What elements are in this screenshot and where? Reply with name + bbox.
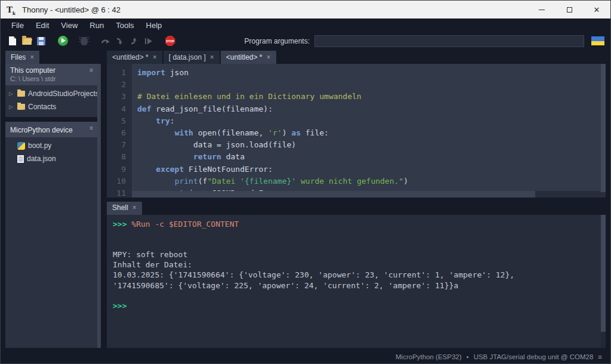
shell-panel[interactable]: >>> %Run -c $EDITOR_CONTENTMPY: soft reb…: [107, 215, 606, 348]
device-menu-icon[interactable]: ≡: [90, 125, 93, 131]
open-folder-icon: [22, 38, 32, 45]
current-path: C: \ Users \ stdr: [10, 75, 94, 82]
menu-view[interactable]: View: [55, 20, 84, 31]
code-editor[interactable]: 12345678910111213 import json# Datei ein…: [107, 64, 606, 198]
editor-tab[interactable]: <untitled> *×: [107, 51, 162, 64]
close-button[interactable]: ✕: [583, 1, 610, 18]
thonny-window: Tk Thonny - <untitled> @ 6 : 42 ✕ FileEd…: [0, 0, 611, 364]
editor-tab-label: <untitled> *: [226, 53, 263, 61]
editor-tab-label: <untitled> *: [112, 53, 149, 61]
bug-icon: [81, 37, 88, 45]
code-line[interactable]: try:: [137, 115, 601, 127]
python-file-icon: [17, 142, 25, 150]
status-bar: MicroPython (ESP32) • USB JTAG/serial de…: [1, 350, 610, 363]
editor-tab-close-icon[interactable]: ×: [210, 54, 214, 60]
stop-restart-button[interactable]: STOP: [163, 35, 177, 48]
toolbar: STOP Program arguments: ▼: [1, 32, 610, 50]
code-line[interactable]: print(f"Datei '{filename}' wurde nicht g…: [137, 175, 601, 187]
resume-button[interactable]: [141, 35, 156, 48]
run-button[interactable]: [55, 35, 70, 48]
editor-tab-close-icon[interactable]: ×: [153, 54, 157, 60]
tree-item-file[interactable]: boot.py: [5, 139, 97, 152]
line-number: 5: [107, 115, 126, 127]
shell-vscrollbar[interactable]: [601, 215, 606, 348]
tree-item-folder[interactable]: ▷Contacts: [5, 100, 97, 113]
step-into-button[interactable]: [113, 35, 127, 48]
shell-line[interactable]: >>> %Run -c $EDITOR_CONTENT: [113, 219, 601, 229]
menu-help[interactable]: Help: [140, 20, 168, 31]
shell-tab[interactable]: Shell ×: [107, 202, 142, 215]
code-line[interactable]: return data: [137, 151, 601, 163]
editor-column: <untitled> *×[ data.json ]×<untitled> *×…: [107, 51, 606, 348]
editor-tab[interactable]: [ data.json ]×: [163, 51, 220, 64]
step-out-icon: [130, 38, 138, 45]
stop-sign-icon: STOP: [165, 36, 175, 46]
shell-line[interactable]: '1741590685': {'voltage': 225, 'apower':…: [113, 280, 601, 291]
code-line[interactable]: # Datei einlesen und in ein Dictionary u…: [137, 91, 601, 103]
new-file-button[interactable]: [5, 35, 20, 48]
editor-vscrollbar[interactable]: [601, 64, 606, 198]
tree-item-folder[interactable]: ▷AndroidStudioProjects: [5, 87, 97, 100]
shell-tab-close-icon[interactable]: ×: [132, 205, 137, 211]
file-name: boot.py: [28, 141, 51, 150]
code-line[interactable]: import json: [137, 67, 601, 79]
splitter-sash[interactable]: [107, 198, 606, 202]
resume-icon: [144, 38, 153, 45]
files-menu-icon[interactable]: ≡: [90, 67, 93, 73]
files-tab[interactable]: Files ×: [5, 51, 39, 64]
open-file-button[interactable]: [20, 35, 34, 48]
code-line[interactable]: except FileNotFoundError:: [137, 164, 601, 175]
shell-line[interactable]: [113, 291, 601, 301]
json-file-icon: [17, 155, 24, 163]
editor-hscrollbar[interactable]: [132, 191, 601, 198]
shell-line[interactable]: Inhalt der Datei:: [113, 260, 601, 270]
code-line[interactable]: with open(filename, 'r') as file:: [137, 127, 601, 139]
gutter: 12345678910111213: [107, 64, 132, 198]
code-line[interactable]: data = json.load(file): [137, 139, 601, 151]
code-line[interactable]: def read_json_file(filename):: [137, 103, 601, 115]
shell-line[interactable]: [113, 239, 601, 249]
ukraine-flag-icon: [591, 36, 604, 45]
program-arguments-input[interactable]: [314, 35, 584, 47]
expander-icon[interactable]: ▷: [9, 104, 14, 110]
files-tab-label: Files: [11, 53, 26, 61]
expander-icon[interactable]: ▷: [9, 91, 14, 97]
menu-edit[interactable]: Edit: [30, 20, 55, 31]
shell-line[interactable]: 10.03.2025: {'1741590664': {'voltage': 2…: [113, 270, 601, 280]
line-number: 8: [107, 151, 126, 163]
folder-name: AndroidStudioProjects: [28, 90, 99, 98]
menu-file[interactable]: File: [5, 20, 30, 31]
new-file-icon: [9, 36, 16, 45]
debug-button[interactable]: [77, 35, 91, 48]
device-title: MicroPython device: [10, 126, 73, 134]
main-area: Files × This computer C: \ Users \ stdr …: [1, 50, 610, 350]
this-computer-header[interactable]: This computer C: \ Users \ stdr ≡: [5, 64, 97, 85]
editor-tab[interactable]: <untitled> *×: [221, 51, 276, 64]
shell-line[interactable]: >>>: [113, 301, 601, 311]
maximize-button[interactable]: [556, 1, 583, 18]
files-tab-close-icon[interactable]: ×: [30, 54, 34, 60]
line-number: 9: [107, 164, 126, 175]
backend-menu-icon[interactable]: ≡: [598, 353, 602, 360]
code-lines[interactable]: import json# Datei einlesen und in ein D…: [132, 64, 601, 191]
shell-line[interactable]: [113, 229, 601, 239]
step-out-button[interactable]: [127, 35, 141, 48]
minimize-button[interactable]: [528, 1, 556, 18]
step-over-button[interactable]: [98, 35, 113, 48]
line-number: 2: [107, 79, 126, 91]
menu-tools[interactable]: Tools: [110, 20, 140, 31]
line-number: 3: [107, 91, 126, 103]
tree-item-file[interactable]: data.json: [5, 152, 97, 165]
code-line[interactable]: [137, 79, 601, 91]
folder-icon: [17, 91, 25, 97]
shell-lines[interactable]: >>> %Run -c $EDITOR_CONTENTMPY: soft reb…: [107, 215, 601, 348]
save-file-button[interactable]: [34, 35, 48, 48]
line-number: 7: [107, 139, 126, 151]
step-into-icon: [116, 38, 124, 45]
editor-tab-close-icon[interactable]: ×: [267, 54, 271, 60]
window-title: Thonny - <untitled> @ 6 : 42: [22, 5, 121, 14]
menu-run[interactable]: Run: [84, 20, 110, 31]
device-header[interactable]: MicroPython device ≡: [5, 122, 97, 137]
shell-line[interactable]: MPY: soft reboot: [113, 249, 601, 260]
files-scrollbar[interactable]: [97, 64, 101, 348]
